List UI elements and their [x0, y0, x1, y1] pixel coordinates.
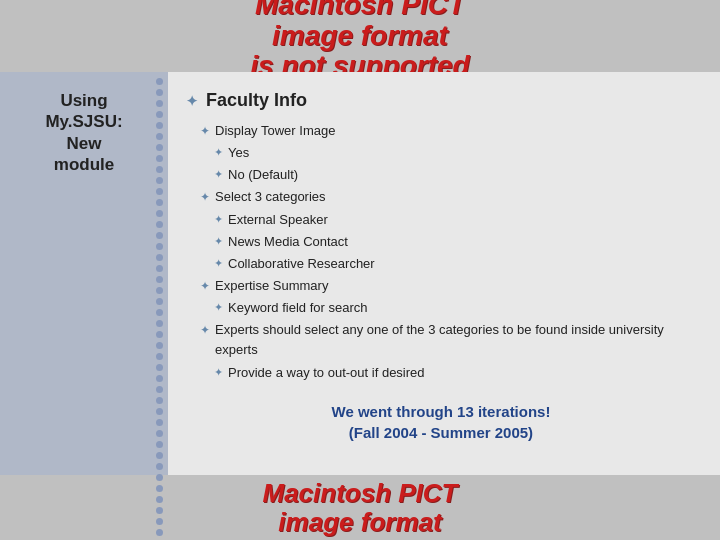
- list-item: ✦ Keyword field for search: [214, 298, 696, 318]
- item-label: Select 3 categories: [215, 187, 326, 207]
- bottom-note: We went through 13 iterations! (Fall 200…: [186, 401, 696, 443]
- sub-bullet-icon: ✦: [214, 144, 223, 161]
- sub-bullet-icon: ✦: [214, 233, 223, 250]
- list-item: ✦ No (Default): [214, 165, 696, 185]
- bottom-banner-text: Macintosh PICT image format: [262, 479, 457, 536]
- left-panel-title: UsingMy.SJSU:Newmodule: [37, 90, 130, 175]
- bullet-icon: ✦: [200, 321, 210, 340]
- sub-bullet-icon: ✦: [214, 364, 223, 381]
- sub-bullet-icon: ✦: [214, 299, 223, 316]
- item-label: External Speaker: [228, 210, 328, 230]
- list-item: ✦ Expertise Summary: [200, 276, 696, 296]
- list-item: ✦ Yes: [214, 143, 696, 163]
- item-label: Experts should select any one of the 3 c…: [215, 320, 696, 360]
- sub-bullet-icon: ✦: [214, 211, 223, 228]
- bottom-banner: Macintosh PICT image format: [0, 475, 720, 540]
- list-item: ✦ Display Tower Image: [200, 121, 696, 141]
- left-panel: UsingMy.SJSU:Newmodule: [0, 72, 168, 475]
- bullet-icon: ✦: [200, 122, 210, 141]
- top-banner: Macintosh PICT image format is not suppo…: [0, 0, 720, 72]
- faculty-header: ✦ Faculty Info: [186, 90, 696, 111]
- item-label: Display Tower Image: [215, 121, 335, 141]
- bullet-icon: ✦: [200, 188, 210, 207]
- sub-bullet-icon: ✦: [214, 166, 223, 183]
- content-list: ✦ Display Tower Image ✦ Yes ✦ No (Defaul…: [186, 121, 696, 385]
- bottom-note-line1: We went through 13 iterations!: [332, 403, 551, 420]
- bullet-icon: ✦: [200, 277, 210, 296]
- item-label: No (Default): [228, 165, 298, 185]
- diamond-icon: ✦: [186, 93, 198, 109]
- list-item: ✦ Select 3 categories: [200, 187, 696, 207]
- item-label: Keyword field for search: [228, 298, 367, 318]
- bottom-note-line2: (Fall 2004 - Summer 2005): [349, 424, 533, 441]
- item-label: News Media Contact: [228, 232, 348, 252]
- dots-decoration: [150, 72, 168, 475]
- list-item: ✦ Provide a way to out-out if desired: [214, 363, 696, 383]
- list-item: ✦ External Speaker: [214, 210, 696, 230]
- right-panel: ✦ Faculty Info ✦ Display Tower Image ✦ Y…: [168, 72, 720, 475]
- item-label: Yes: [228, 143, 249, 163]
- list-item: ✦ Experts should select any one of the 3…: [200, 320, 696, 360]
- list-item: ✦ Collaborative Researcher: [214, 254, 696, 274]
- item-label: Provide a way to out-out if desired: [228, 363, 425, 383]
- main-content: UsingMy.SJSU:Newmodule: [0, 72, 720, 475]
- top-banner-text: Macintosh PICT image format is not suppo…: [250, 0, 469, 72]
- faculty-title: Faculty Info: [206, 90, 307, 111]
- list-item: ✦ News Media Contact: [214, 232, 696, 252]
- sub-bullet-icon: ✦: [214, 255, 223, 272]
- item-label: Expertise Summary: [215, 276, 328, 296]
- item-label: Collaborative Researcher: [228, 254, 375, 274]
